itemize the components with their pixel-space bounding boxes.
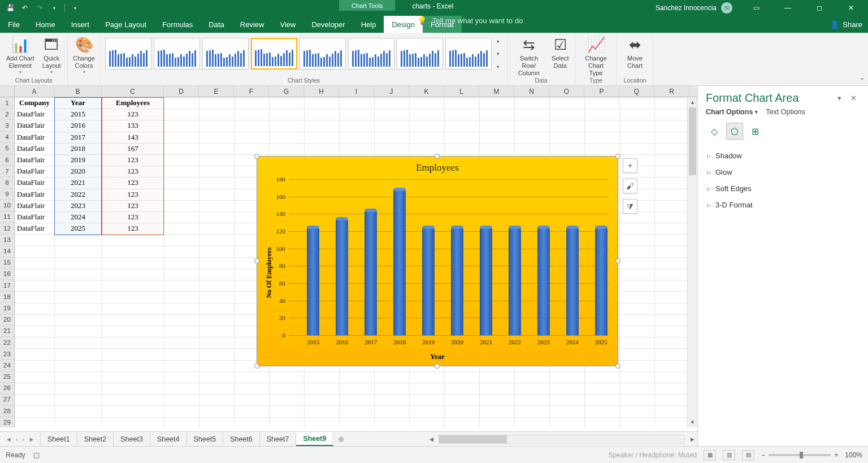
column-header[interactable]: N <box>514 86 549 97</box>
chart-bar[interactable] <box>307 228 319 335</box>
cell[interactable]: 133 <box>102 120 164 131</box>
sheet-tab-sheet4[interactable]: Sheet4 <box>150 432 187 446</box>
column-header[interactable]: P <box>584 86 619 97</box>
cell[interactable]: Employees <box>102 97 164 109</box>
column-header[interactable]: B <box>54 86 102 97</box>
last-sheet-icon[interactable]: ► <box>28 436 34 443</box>
scroll-thumb[interactable] <box>439 435 507 443</box>
save-icon[interactable]: 💾 <box>6 3 15 12</box>
quick-layout-button[interactable]: 🗔 Quick Layout ▾ <box>39 34 64 76</box>
tab-page-layout[interactable]: Page Layout <box>97 16 154 33</box>
horizontal-scrollbar[interactable]: ◀ ▶ <box>426 432 697 446</box>
text-options-tab[interactable]: Text Options <box>766 108 805 116</box>
cell[interactable]: 2017 <box>54 132 102 143</box>
chart-bar[interactable] <box>537 228 550 335</box>
cell[interactable]: 2024 <box>54 211 102 223</box>
chart-object[interactable]: Employees No Of Employees 02040608010012… <box>257 156 618 366</box>
cell[interactable]: Year <box>54 97 102 109</box>
change-chart-type-button[interactable]: 📈 Change Chart Type <box>579 34 613 79</box>
column-header[interactable]: R <box>654 86 689 97</box>
scroll-right-icon[interactable]: ▶ <box>687 434 697 444</box>
scroll-down-icon[interactable]: ▼ <box>688 417 697 427</box>
chart-style-thumbnail[interactable] <box>202 38 249 70</box>
chart-bar[interactable] <box>364 211 377 335</box>
share-button[interactable]: 👤 Share <box>830 16 862 33</box>
row-header[interactable]: 11 <box>0 211 15 223</box>
collapse-ribbon-icon[interactable]: ⌃ <box>860 77 865 84</box>
row-header[interactable]: 25 <box>0 371 15 383</box>
chart-elements-button[interactable]: ＋ <box>623 158 637 173</box>
close-pane-icon[interactable]: ✕ <box>847 94 860 102</box>
column-header[interactable]: D <box>164 86 199 97</box>
plot-area[interactable]: 0204060801001201401601802015201620172018… <box>289 179 609 335</box>
cell[interactable]: DataFlair <box>15 223 54 234</box>
chart-bar[interactable] <box>595 228 607 335</box>
chart-filters-button[interactable]: ⧩ <box>623 199 637 214</box>
change-colors-button[interactable]: 🎨 Change Colors ▾ <box>71 34 97 76</box>
row-header[interactable]: 9 <box>0 189 15 200</box>
new-sheet-button[interactable]: ⊕ <box>333 435 348 443</box>
cell[interactable]: DataFlair <box>15 132 54 143</box>
column-header[interactable]: G <box>269 86 304 97</box>
scroll-thumb[interactable] <box>689 107 696 175</box>
row-header[interactable]: 1 <box>0 97 15 109</box>
tab-data[interactable]: Data <box>201 16 232 33</box>
row-header[interactable]: 17 <box>0 280 15 291</box>
cell[interactable]: 2020 <box>54 166 102 177</box>
row-header[interactable]: 23 <box>0 348 15 360</box>
scroll-left-icon[interactable]: ◀ <box>426 434 436 444</box>
row-header[interactable]: 5 <box>0 143 15 154</box>
x-axis-title[interactable]: Year <box>430 352 445 361</box>
prev-sheet-icon[interactable]: ‹ <box>16 436 18 443</box>
cell[interactable]: DataFlair <box>15 154 54 166</box>
zoom-slider[interactable]: − + <box>761 451 838 459</box>
minimize-button[interactable]: — <box>775 0 800 16</box>
add-chart-element-button[interactable]: 📊 Add Chart Element ▾ <box>3 34 37 76</box>
chart-styles-button[interactable]: 🖌 <box>623 179 637 193</box>
cell[interactable]: DataFlair <box>15 143 54 154</box>
page-break-view-icon[interactable]: ▤ <box>742 450 754 460</box>
qat-overflow-icon[interactable]: ▾ <box>71 3 80 12</box>
format-section-shadow[interactable]: Shadow <box>704 148 862 164</box>
row-header[interactable]: 19 <box>0 302 15 314</box>
close-button[interactable]: ✕ <box>839 0 863 16</box>
select-all-corner[interactable] <box>0 86 15 97</box>
undo-icon[interactable]: ↶ <box>20 3 29 12</box>
vertical-scrollbar[interactable]: ▲ ▼ <box>687 97 697 427</box>
sheet-tab-sheet9[interactable]: Sheet9 <box>296 432 333 446</box>
gallery-scroll-icon[interactable]: ▴ <box>497 38 500 44</box>
chart-style-thumbnail[interactable] <box>251 38 297 70</box>
first-sheet-icon[interactable]: ◄ <box>6 436 12 443</box>
chart-style-thumbnail[interactable] <box>300 38 346 70</box>
column-header[interactable]: E <box>199 86 234 97</box>
column-header[interactable]: O <box>549 86 584 97</box>
sheet-tab-sheet2[interactable]: Sheet2 <box>77 432 114 446</box>
gallery-scroll-icon[interactable]: ▾ <box>497 64 500 70</box>
fill-line-icon[interactable]: ◇ <box>706 123 723 140</box>
tab-help[interactable]: Help <box>353 16 384 33</box>
row-header[interactable]: 29 <box>0 417 15 427</box>
select-data-button[interactable]: ☑ Select Data <box>549 34 571 71</box>
chart-style-thumbnail[interactable] <box>154 38 200 70</box>
row-header[interactable]: 13 <box>0 234 15 245</box>
row-header[interactable]: 2 <box>0 109 15 120</box>
column-header[interactable]: A <box>15 86 54 97</box>
ribbon-display-options-icon[interactable]: ▭ <box>744 0 769 16</box>
chart-bar[interactable] <box>566 228 579 335</box>
chart-style-thumbnail[interactable] <box>348 38 394 70</box>
zoom-out-icon[interactable]: − <box>761 451 765 459</box>
user-account[interactable]: Sanchez Innocencia SI <box>656 2 737 14</box>
cell[interactable]: 143 <box>102 132 164 143</box>
maximize-button[interactable]: ◻ <box>807 0 832 16</box>
row-header[interactable]: 22 <box>0 337 15 348</box>
qat-customize-icon[interactable]: ▾ <box>50 3 59 12</box>
cell[interactable]: 2021 <box>54 177 102 188</box>
row-header[interactable]: 24 <box>0 360 15 371</box>
row-header[interactable]: 28 <box>0 405 15 417</box>
row-header[interactable]: 18 <box>0 291 15 302</box>
tab-insert[interactable]: Insert <box>63 16 98 33</box>
tab-view[interactable]: View <box>272 16 303 33</box>
row-header[interactable]: 10 <box>0 200 15 211</box>
chart-title[interactable]: Employees <box>257 157 618 174</box>
cell[interactable]: 123 <box>102 189 164 200</box>
